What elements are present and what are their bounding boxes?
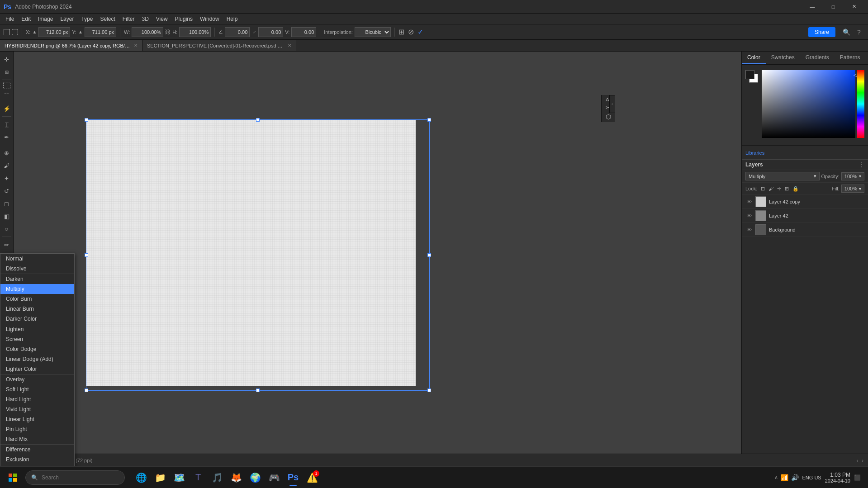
menu-image[interactable]: Image — [34, 14, 57, 24]
magic-wand-tool[interactable]: ⚡ — [1, 103, 13, 114]
blend-color-dodge[interactable]: Color Dodge — [0, 344, 74, 354]
blend-soft-light[interactable]: Soft Light — [0, 384, 74, 394]
minimize-button[interactable]: — — [802, 0, 823, 14]
taskbar-chrome-icon[interactable]: 🌍 — [246, 469, 264, 487]
marquee-tool[interactable] — [3, 82, 10, 89]
crop-tool[interactable]: ⌶ — [1, 118, 13, 130]
clone-stamp-tool[interactable]: ✦ — [1, 172, 13, 184]
history-brush-tool[interactable]: ↺ — [1, 185, 13, 197]
menu-layer[interactable]: Layer — [57, 14, 77, 24]
blend-lighten[interactable]: Lighten — [0, 324, 74, 334]
menu-edit[interactable]: Edit — [18, 14, 34, 24]
taskbar-ps-icon[interactable]: Ps — [284, 469, 302, 487]
tab-color[interactable]: Color — [742, 52, 766, 64]
panel-fg-swatch[interactable] — [745, 70, 754, 79]
artboard-tool[interactable]: ⊞ — [1, 66, 13, 78]
language-indicator[interactable]: ENG US — [802, 475, 821, 480]
menu-view[interactable]: View — [152, 14, 171, 24]
menu-select[interactable]: Select — [96, 14, 119, 24]
layer-item[interactable]: 👁 Layer 42 — [742, 209, 868, 223]
cancel-transform-icon[interactable]: ⊘ — [408, 28, 414, 36]
blend-linear-burn[interactable]: Linear Burn — [0, 304, 74, 314]
blend-difference[interactable]: Difference — [0, 445, 74, 455]
panel-collapse-button[interactable]: ‹ — [609, 95, 615, 113]
taskbar-spotify-icon[interactable]: 🎵 — [208, 469, 226, 487]
commit-transform-icon[interactable]: ✓ — [417, 28, 423, 36]
blend-vivid-light[interactable]: Vivid Light — [0, 404, 74, 414]
search-button[interactable]: 🔍 — [841, 27, 852, 38]
lock-artboard-icon[interactable]: ⊞ — [785, 186, 789, 192]
toolbar-shape-rounded[interactable] — [12, 29, 18, 35]
layer-visibility-icon[interactable]: 👁 — [745, 198, 753, 205]
tab-gradients[interactable]: Gradients — [800, 52, 835, 64]
blend-linear-dodge-add[interactable]: Linear Dodge (Add) — [0, 354, 74, 364]
taskbar-edge-icon[interactable]: 🌐 — [132, 469, 150, 487]
tray-show-hidden[interactable]: ∧ — [774, 474, 778, 480]
lock-all-icon[interactable]: 🔒 — [792, 186, 799, 192]
blend-linear-light[interactable]: Linear Light — [0, 414, 74, 424]
layer-item[interactable]: 👁 Background — [742, 223, 868, 237]
tab-swatches[interactable]: Swatches — [766, 52, 800, 64]
taskbar-firefox-icon[interactable]: 🦊 — [227, 469, 245, 487]
scroll-right-icon[interactable]: › — [862, 458, 863, 463]
move-tool[interactable]: ✛ — [1, 53, 13, 65]
handle-tr[interactable] — [427, 118, 431, 122]
color-gradient-picker[interactable]: ◁ — [762, 70, 864, 138]
fill-value-display[interactable]: 100% ▾ — [841, 185, 864, 193]
blend-darken[interactable]: Darken — [0, 274, 74, 284]
taskbar-explorer-icon[interactable]: 📁 — [151, 469, 169, 487]
taskbar-maps-icon[interactable]: 🗺️ — [170, 469, 188, 487]
taskbar-search-input[interactable] — [42, 474, 114, 481]
blend-exclusion[interactable]: Exclusion — [0, 455, 74, 464]
handle-mr[interactable] — [427, 253, 431, 257]
start-button[interactable] — [4, 469, 22, 487]
w-input[interactable] — [132, 27, 163, 37]
eyedropper-tool[interactable]: ✒ — [1, 131, 13, 143]
tab-patterns[interactable]: Patterns — [835, 52, 866, 64]
scroll-left-icon[interactable]: ‹ — [857, 458, 859, 463]
blend-darker-color[interactable]: Darker Color — [0, 314, 74, 324]
angle-input[interactable] — [225, 27, 250, 37]
warp-icon[interactable]: ⊞ — [398, 28, 404, 36]
menu-help[interactable]: Help — [223, 14, 242, 24]
handle-bm[interactable] — [256, 389, 260, 392]
pen-tool[interactable]: ✏ — [1, 239, 13, 251]
handle-br[interactable] — [427, 389, 431, 392]
taskbar-teams-icon[interactable]: T — [189, 469, 207, 487]
blend-pin-light[interactable]: Pin Light — [0, 424, 74, 434]
menu-3d[interactable]: 3D — [138, 14, 152, 24]
menu-window[interactable]: Window — [196, 14, 223, 24]
toolbar-shape-rect[interactable] — [4, 29, 10, 35]
ai-cube-button[interactable]: ⬡ — [606, 113, 611, 120]
lasso-tool[interactable]: ⌒ — [1, 90, 13, 102]
tray-volume-icon[interactable]: 🔊 — [791, 474, 799, 481]
brush-tool[interactable]: 🖌 — [1, 160, 13, 171]
menu-filter[interactable]: Filter — [119, 14, 138, 24]
vskew-input[interactable] — [291, 27, 316, 37]
maximize-button[interactable]: □ — [823, 0, 844, 14]
layer-visibility-icon[interactable]: 👁 — [745, 226, 753, 233]
hskew-input[interactable] — [258, 27, 283, 37]
tray-network-icon[interactable]: 📶 — [781, 474, 788, 481]
tab-section-close[interactable]: ✕ — [288, 43, 291, 48]
menu-plugins[interactable]: Plugins — [171, 14, 196, 24]
x-input[interactable] — [38, 27, 70, 37]
h-input[interactable] — [179, 27, 211, 37]
blend-lighter-color[interactable]: Lighter Color — [0, 364, 74, 374]
show-desktop-button[interactable]: ⬛ — [854, 474, 861, 481]
y-input[interactable] — [85, 27, 116, 37]
blend-screen[interactable]: Screen — [0, 334, 74, 344]
blend-dissolve[interactable]: Dissolve — [0, 264, 74, 274]
blend-mode-trigger[interactable]: Multiply ▾ — [745, 172, 820, 180]
blend-hard-light[interactable]: Hard Light — [0, 394, 74, 404]
taskbar-steam-icon[interactable]: 🎮 — [265, 469, 283, 487]
close-button[interactable]: ✕ — [844, 0, 864, 14]
blend-overlay[interactable]: Overlay — [0, 374, 74, 384]
menu-file[interactable]: File — [2, 14, 18, 24]
hue-strip[interactable] — [857, 70, 864, 138]
lock-image-icon[interactable]: 🖌 — [768, 186, 773, 191]
blend-color-burn[interactable]: Color Burn — [0, 294, 74, 304]
interpolation-select[interactable]: Bicubic Bilinear Nearest — [355, 27, 391, 37]
healing-brush-tool[interactable]: ⊕ — [1, 147, 13, 159]
blend-multiply[interactable]: Multiply — [0, 284, 74, 294]
